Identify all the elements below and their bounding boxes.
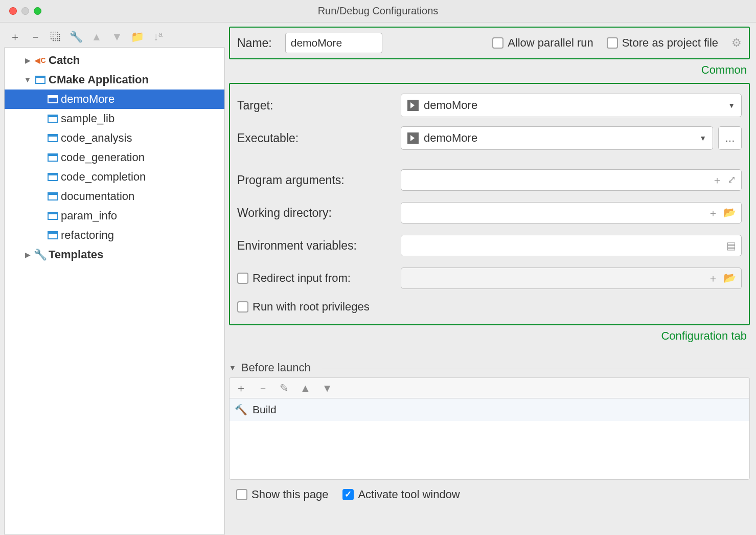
add-task-button[interactable]: ＋ xyxy=(236,381,246,395)
executable-dropdown[interactable]: demoMore ▼ xyxy=(401,126,713,150)
titlebar: Run/Debug Configurations xyxy=(0,0,756,23)
app-icon xyxy=(48,152,58,163)
folder-icon: 📂 xyxy=(723,272,736,285)
tree-item-param-info[interactable]: param_info xyxy=(5,206,224,226)
common-group: Name: Allow parallel run Store as projec… xyxy=(229,27,750,59)
before-launch-toolbar: ＋ － ✎ ▲ ▼ xyxy=(229,377,750,398)
env-input[interactable]: ▤ xyxy=(401,235,742,256)
expand-icon[interactable]: ⤢ xyxy=(727,173,736,187)
app-icon xyxy=(48,114,58,124)
chevron-down-icon: ▼ xyxy=(699,134,706,142)
tree-node-templates[interactable]: ▶ 🔧 Templates xyxy=(5,245,224,264)
common-label: Common xyxy=(229,62,750,80)
activate-tool-checkbox[interactable]: Activate tool window xyxy=(342,488,460,501)
tree-item-code-completion[interactable]: code_completion xyxy=(5,167,224,187)
executable-label: Executable: xyxy=(237,131,401,145)
allow-parallel-checkbox[interactable]: Allow parallel run xyxy=(492,36,593,50)
show-page-checkbox[interactable]: Show this page xyxy=(236,488,328,501)
configuration-group: Target: demoMore ▼ Executable: xyxy=(229,83,750,325)
build-task-item[interactable]: 🔨 Build xyxy=(230,398,749,421)
args-label: Program arguments: xyxy=(237,173,401,187)
browse-exe-button[interactable]: … xyxy=(718,126,742,150)
tree-node-catch[interactable]: ▶ ◀C Catch xyxy=(5,51,224,70)
gear-icon[interactable]: ⚙ xyxy=(731,36,742,50)
tree-item-demomore[interactable]: demoMore xyxy=(5,90,224,109)
tree-item-code-generation[interactable]: code_generation xyxy=(5,148,224,167)
remove-task-button[interactable]: － xyxy=(258,381,268,395)
app-icon xyxy=(48,133,58,143)
move-up-button[interactable]: ▲ xyxy=(91,31,102,42)
target-label: Target: xyxy=(237,99,401,113)
window-title: Run/Debug Configurations xyxy=(0,5,756,17)
name-input[interactable] xyxy=(285,33,382,53)
move-up-button[interactable]: ▲ xyxy=(300,382,311,394)
env-label: Environment variables: xyxy=(237,239,401,253)
app-icon xyxy=(48,211,58,221)
tree-node-cmake[interactable]: ▼ CMake Application xyxy=(5,70,224,90)
redirect-input-field: ＋ 📂 xyxy=(401,268,742,289)
move-down-button[interactable]: ▼ xyxy=(111,31,123,42)
app-icon xyxy=(35,75,45,85)
move-down-button[interactable]: ▼ xyxy=(322,382,333,394)
app-icon xyxy=(48,172,58,182)
store-project-checkbox[interactable]: Store as project file xyxy=(607,36,718,50)
chevron-down-icon: ▼ xyxy=(23,76,32,84)
insert-macro-icon[interactable]: ＋ xyxy=(712,173,722,187)
name-label: Name: xyxy=(237,36,272,50)
args-input[interactable]: ＋ ⤢ xyxy=(401,169,742,191)
remove-config-button[interactable]: － xyxy=(30,31,41,42)
chevron-right-icon: ▶ xyxy=(23,251,32,259)
tree-item-refactoring[interactable]: refactoring xyxy=(5,226,224,245)
edit-task-button[interactable]: ✎ xyxy=(280,382,289,394)
wrench-icon: 🔧 xyxy=(35,250,45,260)
insert-macro-icon[interactable]: ＋ xyxy=(708,206,718,220)
chevron-right-icon: ▶ xyxy=(23,56,32,64)
insert-macro-icon: ＋ xyxy=(708,272,718,285)
root-priv-checkbox[interactable]: Run with root privileges xyxy=(237,300,370,314)
config-tab-label: Configuration tab xyxy=(229,328,750,346)
target-dropdown[interactable]: demoMore ▼ xyxy=(401,94,742,117)
divider xyxy=(322,368,750,368)
edit-defaults-button[interactable]: 🔧 xyxy=(71,31,82,42)
list-icon[interactable]: ▤ xyxy=(726,239,736,252)
redirect-input-checkbox[interactable]: Redirect input from: xyxy=(237,272,401,285)
tree-item-documentation[interactable]: documentation xyxy=(5,187,224,206)
sort-button[interactable]: ↓ª xyxy=(152,31,164,42)
config-toolbar: ＋ － ⿻ 🔧 ▲ ▼ 📁 ↓ª xyxy=(4,27,225,47)
target-icon xyxy=(407,100,419,111)
wd-label: Working directory: xyxy=(237,206,401,220)
app-icon xyxy=(48,94,58,104)
app-icon xyxy=(48,230,58,240)
copy-config-button[interactable]: ⿻ xyxy=(50,31,61,42)
catch-icon: ◀C xyxy=(35,55,45,65)
before-launch-header[interactable]: ▼ Before launch xyxy=(229,358,750,377)
app-icon xyxy=(48,191,58,202)
hammer-icon: 🔨 xyxy=(235,404,247,416)
before-launch-list[interactable]: 🔨 Build xyxy=(229,398,750,480)
wd-input[interactable]: ＋ 📂 xyxy=(401,202,742,224)
folder-icon[interactable]: 📂 xyxy=(723,206,736,220)
tree-item-sample-lib[interactable]: sample_lib xyxy=(5,109,224,128)
add-config-button[interactable]: ＋ xyxy=(9,31,20,42)
folder-button[interactable]: 📁 xyxy=(132,31,143,42)
chevron-down-icon: ▼ xyxy=(728,101,735,109)
tree-item-code-analysis[interactable]: code_analysis xyxy=(5,128,224,148)
target-icon xyxy=(407,132,419,144)
config-tree[interactable]: ▶ ◀C Catch ▼ CMake Application demoMore … xyxy=(4,47,225,535)
chevron-down-icon: ▼ xyxy=(229,364,236,372)
